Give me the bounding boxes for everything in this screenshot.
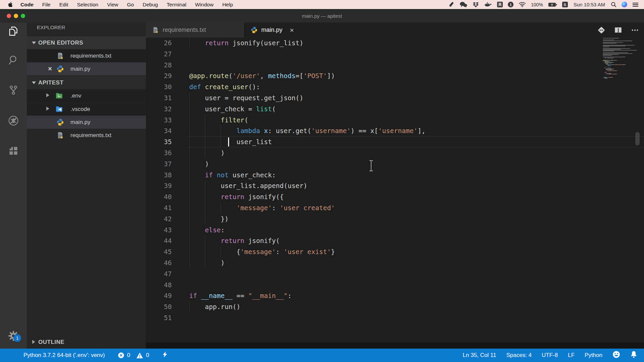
- minimap-line: [603, 41, 632, 41]
- code-line[interactable]: 40 return jsonify({: [146, 191, 644, 202]
- status-bar-left: Python 3.7.2 64-bit ('.env': venv) 0 0: [0, 351, 168, 360]
- menu-edit[interactable]: Edit: [55, 2, 73, 8]
- code-line[interactable]: 49if __name__ == "__main__":: [146, 290, 644, 301]
- tab-main.py[interactable]: main.py×: [245, 22, 321, 38]
- code-line[interactable]: 50 app.run(): [146, 301, 644, 312]
- menu-view[interactable]: View: [103, 2, 122, 8]
- tree-item-.vscode[interactable]: .vscode: [27, 103, 146, 116]
- feedback-smiley-icon[interactable]: [612, 351, 620, 360]
- code-line[interactable]: 34 lambda x: user.get('username') == x['…: [146, 125, 644, 136]
- tree-item-.env[interactable]: .env: [27, 89, 146, 102]
- close-icon[interactable]: ×: [46, 65, 54, 72]
- debug-icon[interactable]: [8, 115, 19, 126]
- code-line[interactable]: 26 return jsonify(user_list): [146, 38, 644, 49]
- code-line[interactable]: 47: [146, 268, 644, 280]
- code-line[interactable]: 28: [146, 60, 644, 71]
- code-line[interactable]: 32 user_check = list(: [146, 104, 644, 115]
- wechat-icon[interactable]: [460, 1, 467, 8]
- language-mode-status[interactable]: Python: [585, 352, 602, 359]
- notification-center-icon[interactable]: [632, 2, 639, 7]
- code-text: return jsonify(user_list): [189, 38, 303, 49]
- menu-window[interactable]: Window: [191, 2, 218, 8]
- menu-selection[interactable]: Selection: [72, 2, 103, 8]
- warning-count: 0: [146, 352, 149, 359]
- source-control-icon[interactable]: [8, 84, 19, 96]
- tray-app-icon[interactable]: [448, 1, 454, 8]
- encoding-status[interactable]: UTF-8: [542, 352, 558, 359]
- code-line[interactable]: 29@app.route('/user', methods=['POST']): [146, 70, 644, 81]
- code-line[interactable]: 45 {'message': 'user exist'}: [146, 246, 644, 257]
- code-line[interactable]: 33 filter(: [146, 115, 644, 126]
- code-line[interactable]: 36 ): [146, 147, 644, 159]
- code-line[interactable]: 41 'message': 'user created': [146, 202, 644, 214]
- code-line[interactable]: 44 return jsonify(: [146, 235, 644, 246]
- minimap-line: [606, 66, 606, 67]
- indentation-status[interactable]: Spaces: 4: [506, 352, 532, 359]
- screen: CodeFileEditSelectionViewGoDebugTerminal…: [0, 0, 644, 362]
- more-actions-icon[interactable]: [631, 26, 639, 35]
- window-title-bar[interactable]: main.py — apitest: [0, 9, 644, 22]
- section-label: OUTLINE: [38, 336, 64, 349]
- code-line[interactable]: 43 else:: [146, 225, 644, 236]
- s-app-icon[interactable]: S: [562, 2, 568, 7]
- code-line[interactable]: 46 ): [146, 257, 644, 268]
- line-number: 32: [146, 104, 172, 115]
- item-label: main.py: [70, 62, 91, 75]
- explorer-icon[interactable]: [8, 25, 19, 37]
- lightning-icon[interactable]: [162, 351, 168, 360]
- code-line[interactable]: 30def create_user():: [146, 81, 644, 93]
- split-editor-icon[interactable]: [614, 26, 623, 35]
- code-line[interactable]: 27: [146, 49, 644, 60]
- section-open-editors[interactable]: OPEN EDITORS: [27, 36, 146, 49]
- input-source-icon[interactable]: 英: [497, 2, 503, 7]
- menu-items: CodeFileEditSelectionViewGoDebugTerminal…: [16, 2, 237, 8]
- code-line[interactable]: 48: [146, 280, 644, 291]
- minimap-line: [604, 58, 607, 58]
- open-changes-icon[interactable]: [597, 26, 606, 35]
- dropbox-icon[interactable]: [472, 2, 479, 8]
- line-number: 28: [146, 60, 172, 71]
- wifi-icon[interactable]: [519, 2, 526, 7]
- eol-status[interactable]: LF: [568, 352, 575, 359]
- menu-help[interactable]: Help: [218, 2, 237, 8]
- open-editor-main.py[interactable]: ×main.py: [27, 62, 146, 75]
- code-line[interactable]: 31 user = request.get_json(): [146, 93, 644, 104]
- code-line[interactable]: 42 }): [146, 214, 644, 225]
- line-number: 36: [146, 147, 172, 159]
- problems-status[interactable]: 0 0: [118, 352, 149, 359]
- code-line[interactable]: 37 ): [146, 159, 644, 170]
- siri-icon[interactable]: [622, 2, 627, 7]
- open-editor-requirements.txt[interactable]: requirements.txt: [27, 49, 146, 62]
- notifications-bell-icon[interactable]: [630, 351, 637, 360]
- chevron-expanded-icon: [32, 42, 36, 44]
- docker-icon[interactable]: [484, 2, 492, 8]
- cursor-position-status[interactable]: Ln 35, Col 11: [463, 352, 496, 359]
- search-icon[interactable]: [8, 54, 19, 66]
- editor-scrollbar-thumb[interactable]: [635, 132, 640, 145]
- python-interpreter-status[interactable]: Python 3.7.2 64-bit ('.env': venv): [23, 352, 105, 359]
- menu-file[interactable]: File: [38, 2, 55, 8]
- code-line[interactable]: 51: [146, 312, 644, 323]
- line-number: 31: [146, 93, 172, 104]
- apple-menu-icon[interactable]: [7, 1, 13, 8]
- section-outline[interactable]: OUTLINE: [27, 336, 146, 349]
- tab-requirements.txt[interactable]: requirements.txt: [146, 22, 245, 38]
- menu-terminal[interactable]: Terminal: [162, 2, 191, 8]
- extensions-icon[interactable]: [8, 145, 19, 157]
- menu-debug[interactable]: Debug: [138, 2, 162, 8]
- close-icon[interactable]: ×: [290, 26, 294, 34]
- tree-item-main.py[interactable]: main.py: [27, 116, 146, 129]
- menu-bar-clock[interactable]: Sun 10:53 AM: [574, 2, 605, 7]
- spotlight-search-icon[interactable]: [611, 2, 616, 7]
- code-line[interactable]: 39 user_list.append(user): [146, 180, 644, 191]
- section-project[interactable]: APITEST: [27, 76, 146, 89]
- code-editor[interactable]: 26 return jsonify(user_list)272829@app.r…: [146, 38, 644, 349]
- tree-item-requirements.txt[interactable]: requirements.txt: [27, 129, 146, 142]
- code-line[interactable]: 35 user_list: [146, 136, 644, 147]
- txt-icon: [56, 131, 64, 139]
- one-badge-icon[interactable]: 1: [508, 2, 514, 7]
- menu-go[interactable]: Go: [123, 2, 139, 8]
- minimap[interactable]: [602, 36, 642, 81]
- code-line[interactable]: 38 if not user_check:: [146, 170, 644, 181]
- menu-code[interactable]: Code: [16, 2, 38, 8]
